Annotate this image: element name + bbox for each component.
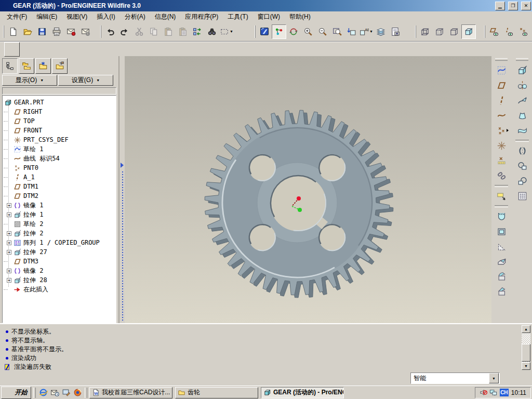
offset-point-tool-button[interactable] [494, 153, 509, 168]
taskbar-task-button[interactable]: 齿轮 [175, 387, 258, 398]
references-tool-button[interactable] [494, 168, 509, 183]
settings-menu-button[interactable]: 设置(G) ▼ [58, 75, 113, 86]
start-button[interactable]: 开始 [1, 387, 31, 399]
show-menu-button[interactable]: 显示(O) ▼ [2, 75, 57, 86]
tree-item[interactable]: 草绘 2 [3, 219, 116, 229]
blend-tool-button[interactable] [514, 108, 530, 123]
message-line[interactable]: 不显示坐标系。 [4, 327, 68, 336]
shaded-button[interactable] [461, 24, 476, 39]
trim-tool-button[interactable] [514, 158, 530, 174]
refit-button[interactable] [330, 24, 344, 39]
outlook-quicklaunch-button[interactable] [49, 388, 60, 398]
chamfer-tool-button[interactable] [494, 284, 509, 299]
expand-icon[interactable]: + [7, 250, 11, 255]
hidden-line-button[interactable] [432, 24, 447, 39]
scroll-up-button[interactable]: ▲ [522, 325, 530, 333]
orient-mode-button[interactable] [286, 24, 301, 39]
datum-plane-display-button[interactable] [487, 24, 501, 39]
tree-item[interactable]: FRONT [3, 126, 116, 135]
datum-point-tool-button[interactable] [494, 123, 509, 138]
cut-button[interactable] [132, 24, 147, 39]
maximize-button[interactable]: ❐ [508, 2, 518, 10]
extrude-tool-button[interactable] [514, 63, 530, 78]
undo-button[interactable] [103, 24, 117, 39]
ie-quicklaunch-button[interactable] [38, 388, 48, 398]
mirror-tool-button[interactable] [514, 143, 530, 158]
graphics-viewport[interactable] [125, 56, 491, 323]
navigator-history-tab[interactable] [52, 58, 68, 74]
flyout-arrow-icon[interactable] [507, 129, 509, 132]
message-scrollbar[interactable]: ▲ ▼ [522, 325, 530, 370]
save-button[interactable] [35, 24, 49, 39]
language-indicator[interactable]: CH [500, 389, 509, 396]
extend-tool-button[interactable] [514, 174, 530, 189]
rib-tool-button[interactable] [494, 239, 509, 254]
analysis-tool-button[interactable] [494, 189, 509, 204]
tree-item[interactable]: TOP [3, 116, 116, 126]
message-line[interactable]: 基准平面将不显示。 [4, 345, 68, 354]
menu-p[interactable]: 应用程序(P) [180, 11, 223, 22]
view-manager-button[interactable] [388, 24, 403, 39]
expand-icon[interactable]: + [7, 278, 11, 283]
tree-item[interactable]: +阵列 1 / COPIED_GROUP [3, 238, 116, 247]
menu-t[interactable]: 工具(T) [223, 11, 252, 22]
tree-item[interactable]: A_1 [3, 172, 116, 182]
menu-v[interactable]: 视图(V) [62, 11, 92, 22]
mail-send-button[interactable] [64, 24, 78, 39]
tree-item[interactable]: PRT_CSYS_DEF [3, 135, 116, 144]
datum-curve-tool-button[interactable] [494, 108, 509, 123]
tree-item[interactable]: DTM3 [3, 257, 116, 266]
message-line[interactable]: 渲染遍历失败 [4, 363, 68, 371]
expand-icon[interactable]: + [7, 269, 11, 273]
find-button[interactable] [205, 24, 219, 39]
message-line[interactable]: 将不显示轴。 [4, 336, 68, 345]
menu-h[interactable]: 帮助(H) [285, 11, 315, 22]
datum-axis-tool-button[interactable] [494, 93, 509, 108]
menu-i[interactable]: 插入(I) [92, 11, 119, 22]
expand-icon[interactable]: + [7, 212, 11, 217]
wireframe-button[interactable] [418, 24, 432, 39]
repaint-button[interactable] [257, 24, 272, 39]
sketch-tool-button[interactable] [494, 63, 509, 78]
zoom-in-button[interactable] [301, 24, 315, 39]
close-button[interactable]: ✕ [521, 2, 531, 10]
tree-item[interactable]: DTM2 [3, 191, 116, 201]
menu-f[interactable]: 文件(F) [2, 11, 32, 22]
axis-display-button[interactable] [501, 24, 516, 39]
media-player-quicklaunch-button[interactable] [72, 388, 83, 398]
point-display-button[interactable] [516, 24, 530, 39]
new-file-button[interactable] [6, 24, 20, 39]
taskbar-task-button[interactable]: GEAR (活动的) - Pro/ENG... [261, 387, 344, 398]
copy-button[interactable] [147, 24, 161, 39]
gear-model[interactable] [125, 56, 491, 323]
redo-button[interactable] [117, 24, 132, 39]
tree-item[interactable]: 在此插入 [3, 285, 116, 294]
open-folder-button[interactable] [20, 24, 35, 39]
tree-item[interactable]: PNT0 [3, 163, 116, 172]
view-orient-button[interactable] [344, 24, 359, 39]
datum-plane-tool-button[interactable] [494, 78, 509, 93]
tree-item[interactable]: +镜像 1 [3, 201, 116, 210]
saved-views-button[interactable]: AB▼ [359, 24, 374, 39]
paste-button[interactable] [161, 24, 176, 39]
chevron-down-icon[interactable]: ▼ [369, 30, 373, 33]
pattern-tool-button[interactable] [514, 189, 530, 204]
tree-item[interactable]: RIGHT [3, 107, 116, 116]
navigator-favorites-tab[interactable] [35, 58, 51, 74]
boundary-blend-tool-button[interactable] [514, 123, 530, 138]
taskbar-task-button[interactable]: W我校首届三维CAD设计... [89, 387, 172, 398]
menu-w[interactable]: 窗口(W) [253, 11, 285, 22]
layers-button[interactable] [374, 24, 388, 39]
message-line[interactable]: 渲染成功 [4, 354, 68, 363]
tree-item[interactable]: +拉伸 27 [3, 247, 116, 257]
no-hidden-button[interactable] [447, 24, 461, 39]
splitter-handle[interactable] [122, 171, 123, 321]
tree-item[interactable]: DTM1 [3, 182, 116, 191]
expand-icon[interactable]: + [7, 241, 11, 245]
draft-tool-button[interactable] [494, 254, 509, 269]
paste-special-button[interactable] [176, 24, 190, 39]
sweep-tool-button[interactable] [514, 93, 530, 108]
expand-icon[interactable]: + [7, 203, 11, 208]
zoom-out-button[interactable] [315, 24, 330, 39]
tree-item[interactable]: +镜像 2 [3, 266, 116, 275]
